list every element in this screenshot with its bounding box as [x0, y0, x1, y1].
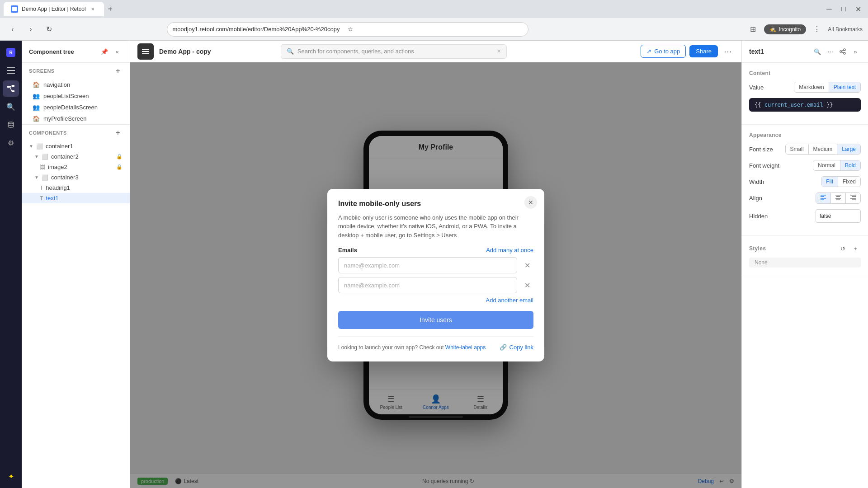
- menu-icon[interactable]: [137, 43, 154, 60]
- refresh-btn[interactable]: ↻: [42, 22, 56, 37]
- add-another-email-link[interactable]: Add another email: [338, 297, 533, 304]
- align-toggle: [816, 192, 861, 204]
- screen-item-peoplelist[interactable]: 👥 peopleListScreen: [22, 90, 130, 102]
- comp-item-container2[interactable]: ▼ ⬜ container2 🔒: [22, 151, 130, 162]
- hamburger-icon[interactable]: [3, 62, 19, 79]
- panel-header-actions: 📌 «: [99, 46, 123, 57]
- rp-hidden-input[interactable]: [816, 209, 861, 223]
- restore-btn[interactable]: □: [837, 3, 850, 15]
- font-weight-bold-btn[interactable]: Bold: [840, 160, 860, 170]
- browser-tab[interactable]: Demo App | Editor | Retool ×: [4, 2, 104, 16]
- email-input-2[interactable]: [338, 277, 517, 293]
- footer-text: Looking to launch your own app? Check ou…: [338, 344, 486, 351]
- align-center-btn[interactable]: [831, 193, 846, 203]
- close-btn[interactable]: ✕: [852, 3, 864, 15]
- settings-icon[interactable]: ⚙: [3, 135, 19, 151]
- copy-link-btn[interactable]: 🔗 Copy link: [500, 344, 533, 351]
- component-tree-panel: Component tree 📌 « SCREENS + 🏠 navigatio…: [22, 41, 130, 488]
- invite-users-btn[interactable]: Invite users: [338, 311, 533, 329]
- rp-share2-icon[interactable]: [837, 46, 848, 57]
- search-icon[interactable]: 🔍: [3, 99, 19, 115]
- svg-rect-26: [835, 198, 841, 199]
- add-screen-btn[interactable]: +: [113, 66, 123, 75]
- font-size-large-btn[interactable]: Large: [837, 144, 860, 154]
- bookmark-icon[interactable]: ☆: [348, 26, 523, 33]
- comp-item-image2[interactable]: 🖼 image2 🔒: [22, 162, 130, 172]
- font-size-toggle: Small Medium Large: [785, 144, 861, 155]
- rp-search-icon[interactable]: 🔍: [812, 46, 823, 57]
- new-tab-btn[interactable]: +: [104, 3, 117, 15]
- brace-close: }}: [823, 102, 833, 108]
- code-value-input[interactable]: {{ current_user.email }}: [749, 98, 861, 112]
- rp-component-title: text1: [749, 48, 808, 55]
- app-topbar: Demo App - copy 🔍 Search for components,…: [130, 41, 741, 62]
- svg-line-10: [10, 87, 12, 91]
- comp-item-text1[interactable]: T text1: [22, 193, 130, 203]
- incognito-btn[interactable]: 🕵 Incognito: [764, 24, 807, 34]
- navigation-screen-icon: 🏠: [33, 81, 40, 88]
- database-icon[interactable]: [3, 117, 19, 133]
- add-many-link[interactable]: Add many at once: [486, 247, 533, 253]
- font-size-small-btn[interactable]: Small: [786, 144, 809, 154]
- forward-btn[interactable]: ›: [24, 22, 38, 37]
- styles-add-icon[interactable]: +: [850, 243, 861, 254]
- comp-label-heading1: heading1: [46, 184, 70, 191]
- tree-icon[interactable]: [3, 80, 19, 97]
- rp-font-size-row: Font size Small Medium Large: [749, 144, 861, 155]
- sparkle-icon[interactable]: ✦: [3, 468, 19, 484]
- svg-line-18: [842, 50, 844, 51]
- email-remove-2-btn[interactable]: ✕: [521, 279, 533, 291]
- comp-label-text1: text1: [46, 195, 58, 202]
- align-right-btn[interactable]: [846, 193, 860, 203]
- rp-align-row: Align: [749, 192, 861, 204]
- search-close-icon[interactable]: ✕: [497, 48, 501, 54]
- font-size-medium-btn[interactable]: Medium: [809, 144, 838, 154]
- width-fill-btn[interactable]: Fill: [821, 177, 838, 187]
- width-fixed-btn[interactable]: Fixed: [838, 177, 860, 187]
- email-remove-1-btn[interactable]: ✕: [521, 259, 533, 272]
- more-options-icon[interactable]: ⋮: [810, 22, 824, 37]
- svg-rect-6: [7, 86, 10, 88]
- markdown-btn[interactable]: Markdown: [794, 82, 829, 92]
- minimize-btn[interactable]: ─: [823, 3, 835, 15]
- peoplelist-screen-icon: 👥: [33, 93, 40, 99]
- myprofile-screen-icon: 🏠: [33, 115, 40, 122]
- extensions-icon[interactable]: ⊞: [746, 22, 760, 37]
- white-label-link[interactable]: White-label apps: [445, 344, 486, 351]
- rp-value-row: Value Markdown Plain text: [749, 82, 861, 93]
- copy-link-label: Copy link: [509, 344, 533, 351]
- add-component-btn[interactable]: +: [113, 128, 123, 137]
- rp-appearance-label: Appearance: [749, 132, 861, 138]
- search-bar[interactable]: 🔍 Search for components, queries, and ac…: [281, 44, 507, 59]
- more-options-btn[interactable]: ⋯: [722, 45, 734, 58]
- share-btn[interactable]: Share: [689, 45, 718, 57]
- address-bar[interactable]: moodjoy1.retool.com/mobile/editor/Demo%2…: [167, 22, 528, 37]
- styles-none-label: None: [749, 258, 861, 267]
- rp-more-icon[interactable]: ⋯: [825, 46, 835, 57]
- pin-icon[interactable]: 📌: [99, 46, 110, 57]
- modal-close-btn[interactable]: ✕: [524, 196, 537, 209]
- myprofile-screen-label: myProfileScreen: [43, 115, 86, 122]
- screen-item-navigation[interactable]: 🏠 navigation: [22, 79, 130, 90]
- rp-width-row: Width Fill Fixed: [749, 176, 861, 187]
- comp-item-container1[interactable]: ▼ ⬜ container1: [22, 141, 130, 151]
- back-btn[interactable]: ‹: [5, 22, 20, 37]
- comp-item-container3[interactable]: ▼ ⬜ container3: [22, 172, 130, 183]
- share-label: Share: [696, 48, 712, 55]
- font-weight-normal-btn[interactable]: Normal: [813, 160, 840, 170]
- styles-reset-icon[interactable]: ↺: [837, 243, 848, 254]
- screen-item-peopledetails[interactable]: 👥 peopleDetailsScreen: [22, 102, 130, 113]
- tab-close-btn[interactable]: ×: [90, 5, 97, 13]
- expand-arrow-icon: ▼: [29, 144, 33, 149]
- rp-expand-icon[interactable]: »: [850, 46, 861, 57]
- svg-rect-4: [7, 70, 15, 71]
- plain-text-btn[interactable]: Plain text: [829, 82, 860, 92]
- email-input-1[interactable]: [338, 257, 517, 273]
- svg-rect-7: [12, 85, 14, 87]
- collapse-panel-icon[interactable]: «: [112, 46, 123, 57]
- go-to-app-btn[interactable]: ↗ Go to app: [641, 45, 686, 58]
- screen-item-myprofile[interactable]: 🏠 myProfileScreen: [22, 113, 130, 124]
- comp-item-heading1[interactable]: T heading1: [22, 183, 130, 193]
- retool-logo-icon[interactable]: R: [3, 44, 19, 61]
- align-left-btn[interactable]: [816, 193, 831, 203]
